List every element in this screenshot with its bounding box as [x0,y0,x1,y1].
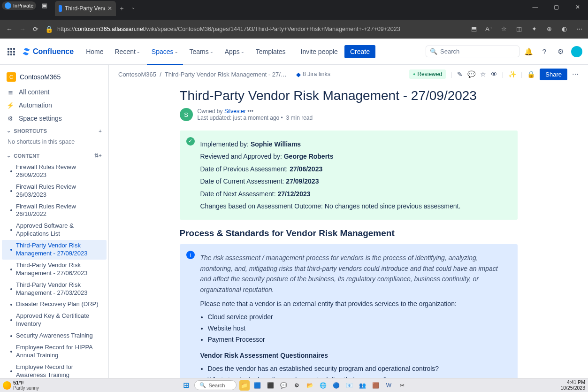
address-bar[interactable]: https://contosom365.atlassian.net/wiki/s… [55,26,468,32]
check-icon: ✓ [186,137,195,146]
sidebar-automation[interactable]: ⚡Automation [2,99,107,112]
taskbar-app[interactable]: ⚙ [292,380,302,391]
changes-text: Changes based on Assessment Outcome: No … [200,201,510,211]
system-clock[interactable]: 4:41 PM 10/25/2023 [560,380,585,391]
tree-item[interactable]: Firewall Rules Review 26/03/2023 [2,181,107,201]
window-minimize[interactable]: — [525,0,546,14]
byline: S Owned by Silvester ••• Last updated: j… [180,108,518,121]
sidebar-all-content[interactable]: ≣All content [2,85,107,99]
app-available-icon[interactable]: ⬒ [468,25,480,32]
nav-recent[interactable]: Recent⌄ [110,38,145,65]
jira-icon: ◆ [296,71,301,78]
sidebar-shortcuts-header[interactable]: ⌄SHORTCUTS + [2,125,107,137]
sidebar-content-header[interactable]: ⌄CONTENT ⇅+ [2,150,107,161]
taskbar-app[interactable]: W [384,380,394,391]
browser-tab[interactable]: Third-Party Vendor Risk Manage… ✕ [55,1,116,16]
info-panel: i The risk assessment / management proce… [180,244,518,378]
extensions-icon[interactable]: ✦ [528,25,540,32]
new-tab-button[interactable]: + [120,5,123,12]
product-name: Confluence [33,47,74,56]
sidebar-settings[interactable]: ⚙Space settings [2,112,107,125]
nav-spaces[interactable]: Spaces⌄ [147,38,183,65]
questions-heading: Vendor Risk Assessment Questionnaires [200,350,510,361]
owner-link[interactable]: Silvester [224,108,246,115]
notifications-icon[interactable]: 🔔 [521,47,535,56]
start-button[interactable]: ⊞ [181,380,191,391]
window-close[interactable]: ✕ [567,0,588,14]
tree-item[interactable]: Firewall Rules Review 26/09/2023 [2,161,107,181]
star-icon[interactable]: ☆ [480,70,486,78]
add-shortcut-icon[interactable]: + [99,128,102,134]
tree-item[interactable]: Third-Party Vendor Risk Management - 27/… [2,260,107,279]
more-actions-icon[interactable]: ⋯ [572,70,579,78]
chevron-down-icon: ⌄ [7,153,11,159]
nav-teams[interactable]: Teams⌄ [185,38,218,65]
share-button[interactable]: Share [540,69,567,80]
product-logo[interactable]: Confluence [22,47,74,56]
taskbar-app[interactable]: 💬 [279,380,289,391]
inprivate-badge: InPrivate [2,1,36,10]
window-maximize[interactable]: ▢ [546,0,567,14]
nav-home[interactable]: Home [81,38,108,65]
nav-apps[interactable]: Apps⌄ [220,38,249,65]
watch-icon[interactable]: 👁 [491,70,497,78]
taskbar-app[interactable]: 🟫 [371,380,381,391]
taskbar-app[interactable]: ✂ [397,380,407,391]
filter-icon[interactable]: ⇅ [94,153,99,158]
last-updated: Last updated: just a moment ago [198,115,280,121]
comment-icon[interactable]: 💬 [467,70,475,78]
split-screen-icon[interactable]: ◫ [513,25,525,32]
tree-item[interactable]: Firewall Rules Review 26/10/2022 [2,201,107,221]
site-info-icon[interactable]: 🔒 [42,25,55,33]
ai-icon[interactable]: ✨ [508,70,516,78]
bolt-icon: ⚡ [7,102,14,109]
add-page-icon[interactable]: + [99,153,102,158]
taskbar-app[interactable]: 🔵 [331,380,342,391]
jira-links[interactable]: ◆ 8 Jira links [296,71,330,78]
favorite-icon[interactable]: ☆ [498,25,510,32]
tree-item[interactable]: Disaster Recovery Plan (DRP) [2,299,107,310]
edit-icon[interactable]: ✎ [457,70,463,78]
tree-item[interactable]: Approved Key & Certificate Inventory [2,310,107,330]
taskbar-app[interactable]: 📧 [344,380,355,391]
tree-item[interactable]: Security Awareness Training [2,330,107,342]
workspaces-icon[interactable]: ▣ [41,2,48,9]
weather-widget[interactable]: 51°FPartly sunny [3,380,39,391]
taskbar-app[interactable]: 🌐 [318,380,328,391]
taskbar-app[interactable]: 📁 [239,380,250,391]
status-badge-reviewed[interactable]: Reviewed [409,69,446,79]
taskbar-app[interactable]: 📂 [305,380,315,391]
help-icon[interactable]: ? [537,47,551,55]
owner-menu-icon[interactable]: ••• [247,108,253,115]
profile-avatar[interactable] [571,46,582,57]
nav-templates[interactable]: Templates [251,38,290,65]
taskbar-app[interactable]: 👥 [358,380,368,391]
refresh-button[interactable]: ⟳ [29,25,42,33]
search-input[interactable]: 🔍 Search [426,46,519,57]
taskbar-app[interactable]: 🟦 [252,380,263,391]
close-tab-icon[interactable]: ✕ [107,5,112,12]
tree-item[interactable]: Third-Party Vendor Risk Management - 27/… [2,279,107,299]
create-button[interactable]: Create [344,45,375,58]
tree-item[interactable]: Employee Record for HIPPA Annual Trainin… [2,342,107,361]
tree-item[interactable]: Employee Record for Awareness Training [2,361,107,378]
settings-icon[interactable]: ⚙ [553,47,567,56]
space-header[interactable]: C ContosoM365 [2,69,107,85]
author-avatar[interactable]: S [180,108,193,121]
tree-item[interactable]: Approved Software & Applications List [2,220,107,240]
app-switcher-icon[interactable] [6,46,17,57]
crumb-page[interactable]: Third-Party Vendor Risk Management - 27/… [165,71,287,78]
taskbar-app[interactable]: ⬛ [266,380,276,391]
read-aloud-icon[interactable]: A⁺ [483,25,495,32]
tree-item[interactable]: Third-Party Vendor Risk Management - 27/… [2,240,107,260]
tab-overflow-icon[interactable]: ⌄ [131,5,135,10]
browser-profile-icon[interactable]: ◐ [558,25,570,32]
vendor-note: Please note that a vendor is an external… [200,299,510,309]
taskbar-search[interactable]: 🔍Search [194,380,237,390]
browser-menu-icon[interactable]: ⋯ [573,25,585,32]
lock-icon[interactable]: 🔒 [527,70,535,78]
invite-button[interactable]: Invite people [296,45,343,58]
back-button[interactable]: ← [3,25,16,33]
collections-icon[interactable]: ⊕ [543,25,555,32]
crumb-space[interactable]: ContosoM365 [118,71,156,78]
